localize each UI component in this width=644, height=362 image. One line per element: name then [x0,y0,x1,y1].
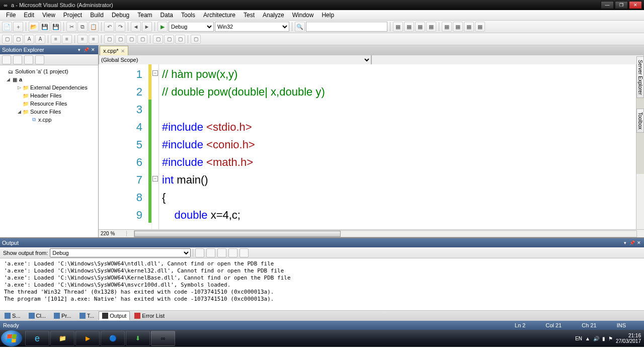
file-xcpp[interactable]: x.cpp [38,117,51,123]
outdent-button[interactable]: ≡ [62,35,72,44]
sol-tb-3[interactable] [24,55,33,64]
sol-tb-2[interactable] [13,55,22,64]
tab-close-icon[interactable]: ✕ [121,48,125,54]
nav-fwd-button[interactable]: ► [142,22,152,32]
fold-button[interactable]: − [152,176,158,182]
taskbar-vs[interactable]: ∞ [151,331,175,346]
taskbar-ie[interactable]: e [25,331,49,346]
tb-btn-7[interactable]: ▦ [464,22,474,32]
tray-network-icon[interactable]: ▮ [602,336,605,341]
tb2-9[interactable]: ▢ [104,35,114,44]
code-area[interactable]: 123456789 − − // hàm pow(x,y) // double … [99,64,644,237]
menu-view[interactable]: View [38,11,59,20]
add-item-button[interactable]: ＋ [13,22,23,32]
menu-data[interactable]: Data [156,11,177,20]
tray-up-icon[interactable]: ▲ [585,336,590,341]
panel-dropdown-icon[interactable]: ▾ [622,240,628,245]
panel-pin-icon[interactable]: 📌 [83,47,89,53]
tb2-14[interactable]: ▢ [164,35,174,44]
out-tb-4[interactable] [228,248,237,257]
tb-btn-5[interactable]: ▦ [442,22,452,32]
bottom-tab-cl[interactable]: Cl... [25,311,50,320]
redo-button[interactable]: ↷ [115,22,125,32]
taskbar-wmp[interactable]: ▶ [75,331,100,346]
menu-window[interactable]: Window [288,11,318,20]
tb2-15[interactable]: ▢ [175,35,185,44]
maximize-button[interactable]: ❐ [615,1,628,9]
out-tb-3[interactable] [217,248,226,257]
tb-btn-8[interactable]: ▦ [475,22,485,32]
folder-external[interactable]: External Dependencies [30,84,88,90]
sol-tb-4[interactable] [35,55,44,64]
tb2-11[interactable]: ▢ [126,35,136,44]
menu-tools[interactable]: Tools [177,11,199,20]
panel-close-icon[interactable]: ✕ [90,47,96,53]
zoom-level[interactable]: 220 % [99,231,127,236]
output-source-select[interactable]: Debug [50,248,191,257]
tb-btn-3[interactable]: ▦ [415,22,425,32]
system-tray[interactable]: EN ▲ 🔊 ▮ ⚑ 21:1627/03/2017 [575,333,643,344]
panel-pin-icon[interactable]: 📌 [629,240,635,245]
tb2-4[interactable]: A [35,35,45,44]
indent-button[interactable]: ≡ [51,35,61,44]
code-text[interactable]: // hàm pow(x,y) // double pow(double| x,… [159,64,636,237]
tb2-12[interactable]: ▢ [137,35,147,44]
bottom-tab-errorlist[interactable]: Error List [131,311,168,320]
panel-dropdown-icon[interactable]: ▾ [76,47,82,53]
config-select[interactable]: Debug [169,22,214,32]
new-project-button[interactable]: 📄 [2,22,12,32]
tb2-16[interactable]: ▢ [191,35,201,44]
minimize-button[interactable]: — [601,1,614,9]
menu-team[interactable]: Team [133,11,156,20]
tb-btn-1[interactable]: ▦ [393,22,403,32]
server-explorer-tab[interactable]: Server Explorer [636,56,644,98]
menu-project[interactable]: Project [59,11,86,20]
fold-column[interactable]: − − [151,64,158,237]
horizontal-scrollbar[interactable] [134,230,637,237]
folder-header[interactable]: Header Files [30,93,61,99]
bottom-tab-s[interactable]: S... [1,311,24,320]
out-tb-5[interactable] [239,248,249,257]
tb2-10[interactable]: ▢ [115,35,125,44]
menu-debug[interactable]: Debug [108,11,133,20]
sol-tb-1[interactable] [2,55,11,64]
uncomment-button[interactable]: ≡ [89,35,99,44]
start-debug-button[interactable]: ▶ [157,22,168,32]
copy-button[interactable]: ⧉ [77,22,88,32]
expand-icon[interactable]: ◢ [5,77,11,82]
bottom-tab-t[interactable]: T... [76,311,98,320]
solution-tree[interactable]: 🗂Solution 'a' (1 project) ◢▦a ▷📁External… [0,65,98,237]
taskbar-explorer[interactable]: 📁 [50,331,74,346]
toolbox-tab[interactable]: Toolbox [636,109,644,133]
menu-file[interactable]: File [2,11,20,20]
scope-select[interactable]: (Global Scope) [99,55,371,64]
tb2-2[interactable]: ▢ [13,35,23,44]
tb2-1[interactable]: ▢ [2,35,12,44]
menu-analyze[interactable]: Analyze [259,11,288,20]
find-button[interactable]: 🔍 [295,22,305,32]
tb-btn-6[interactable]: ▦ [453,22,463,32]
tray-lang[interactable]: EN [575,336,582,341]
panel-close-icon[interactable]: ✕ [636,240,642,245]
start-button[interactable] [1,330,22,346]
platform-select[interactable]: Win32 [215,22,289,32]
close-button[interactable]: ✕ [629,1,642,9]
open-button[interactable]: 📂 [29,22,39,32]
fold-button[interactable]: − [152,70,158,76]
save-button[interactable]: 💾 [40,22,50,32]
project-node[interactable]: a [19,76,22,82]
taskbar-chrome[interactable]: 🔵 [101,331,125,346]
paste-button[interactable]: 📋 [89,22,99,32]
find-input[interactable] [306,22,387,32]
menu-test[interactable]: Test [239,11,259,20]
tb2-13[interactable]: ▢ [153,35,163,44]
tray-flag-icon[interactable]: ⚑ [608,336,613,341]
menu-help[interactable]: Help [317,11,338,20]
solution-node[interactable]: Solution 'a' (1 project) [15,68,68,74]
tb-btn-2[interactable]: ▦ [404,22,414,32]
tab-xcpp[interactable]: x.cpp* ✕ [100,46,128,55]
output-text[interactable]: 'a.exe': Loaded 'C:\Windows\SysWOW64\ntd… [0,258,644,311]
menu-edit[interactable]: Edit [20,11,38,20]
out-tb-2[interactable] [206,248,215,257]
folder-resource[interactable]: Resource Files [30,101,67,107]
